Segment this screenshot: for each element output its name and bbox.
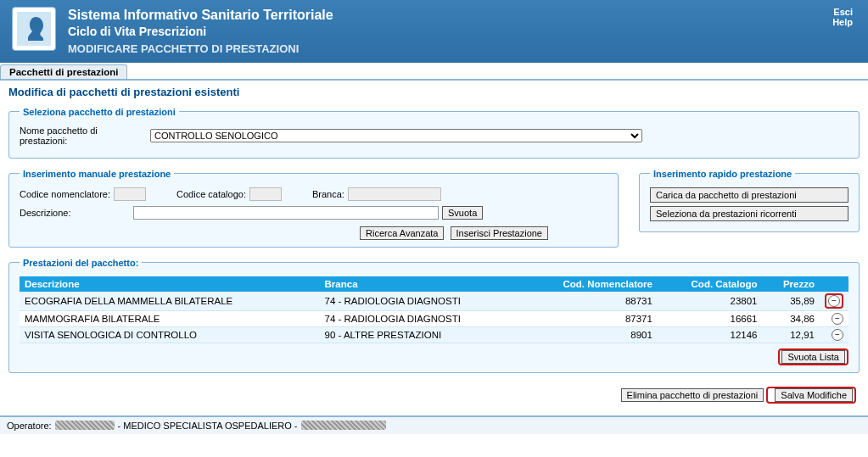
cell-cod-nomenclatore: 87371	[520, 310, 657, 326]
col-cod-nomenclatore: Cod. Nomenclatore	[520, 276, 657, 292]
operatore-name-redacted	[55, 421, 115, 430]
package-items-table: Descrizione Branca Cod. Nomenclatore Cod…	[20, 276, 848, 343]
elimina-pacchetto-button[interactable]: Elimina pacchetto di prestazioni	[621, 388, 764, 402]
title-stack: Sistema Informativo Sanitario Territoria…	[68, 7, 333, 56]
operatore-extra-redacted	[301, 421, 386, 430]
cell-descrizione: VISITA SENOLOGICA DI CONTROLLO	[20, 326, 320, 343]
col-cod-catalogo: Cod. Catalogo	[658, 276, 763, 292]
help-link[interactable]: Help	[832, 17, 853, 27]
app-header: Sistema Informativo Sanitario Territoria…	[0, 0, 868, 63]
app-subtitle: Ciclo di Vita Prescrizioni	[68, 25, 333, 39]
tabbar: Pacchetti di prestazioni	[0, 64, 868, 81]
cell-descrizione: ECOGRAFIA DELLA MAMMELLA BILATERALE	[20, 292, 320, 311]
codice-catalogo-label: Codice catalogo:	[176, 189, 246, 199]
cell-branca: 74 - RADIOLOGIA DIAGNOSTI	[320, 310, 521, 326]
table-row: ECOGRAFIA DELLA MAMMELLA BILATERALE 74 -…	[20, 292, 848, 311]
header-links: Esci Help	[832, 7, 853, 27]
codice-nomenclatore-input[interactable]	[114, 187, 146, 201]
cell-cod-catalogo: 12146	[658, 326, 763, 343]
group-select-package: Seleziona pacchetto di prestazioni Nome …	[8, 107, 860, 159]
profile-silhouette-icon	[17, 12, 51, 46]
cell-prezzo: 35,89	[763, 292, 820, 311]
cell-prezzo: 12,91	[763, 326, 820, 343]
group-package-items: Prestazioni del pacchetto: Descrizione B…	[8, 258, 860, 373]
footer-actions: Elimina pacchetto di prestazioni Salva M…	[0, 378, 868, 415]
svuota-lista-button[interactable]: Svuota Lista	[781, 350, 845, 364]
cell-branca: 74 - RADIOLOGIA DIAGNOSTI	[320, 292, 521, 311]
ricerca-avanzata-button[interactable]: Ricerca Avanzata	[360, 226, 444, 240]
tab-pacchetti[interactable]: Pacchetti di prestazioni	[0, 64, 127, 79]
operatore-role: - MEDICO SPECIALISTA OSPEDALIERO -	[118, 421, 298, 431]
table-row: MAMMOGRAFIA BILATERALE 74 - RADIOLOGIA D…	[20, 310, 848, 326]
package-name-label: Nome pacchetto di prestazioni:	[20, 125, 147, 146]
inserisci-prestazione-button[interactable]: Inserisci Prestazione	[451, 226, 549, 240]
group-manual-insert: Inserimento manuale prestazione Codice n…	[8, 169, 619, 248]
app-action-title: MODIFICARE PACCHETTO DI PRESTAZIONI	[68, 42, 333, 56]
descrizione-label: Descrizione:	[20, 208, 130, 218]
package-name-select[interactable]: CONTROLLO SENOLOGICO	[150, 129, 642, 142]
seleziona-ricorrenti-button[interactable]: Seleziona da prestazioni ricorrenti	[650, 206, 848, 221]
cell-branca: 90 - ALTRE PRESTAZIONI	[320, 326, 521, 343]
cell-cod-nomenclatore: 88731	[520, 292, 657, 311]
table-row: VISITA SENOLOGICA DI CONTROLLO 90 - ALTR…	[20, 326, 848, 343]
cell-cod-catalogo: 16661	[658, 310, 763, 326]
app-title: Sistema Informativo Sanitario Territoria…	[68, 7, 333, 23]
codice-nomenclatore-label: Codice nomenclatore:	[20, 189, 110, 199]
carica-pacchetto-button[interactable]: Carica da pacchetto di prestazioni	[650, 187, 848, 203]
cell-prezzo: 34,86	[763, 310, 820, 326]
col-descrizione: Descrizione	[20, 276, 320, 292]
group-quick-insert-legend: Inserimento rapido prestazione	[650, 169, 795, 179]
salva-modifiche-button[interactable]: Salva Modifiche	[775, 388, 853, 402]
cell-descrizione: MAMMOGRAFIA BILATERALE	[20, 310, 320, 326]
remove-row-icon[interactable]: −	[828, 295, 840, 307]
group-select-package-legend: Seleziona pacchetto di prestazioni	[20, 107, 179, 117]
remove-row-icon[interactable]: −	[832, 329, 843, 341]
page-title: Modifica di pacchetti di prestazioni esi…	[0, 81, 868, 102]
group-package-items-legend: Prestazioni del pacchetto:	[20, 258, 142, 268]
app-logo	[12, 7, 56, 51]
col-branca: Branca	[320, 276, 521, 292]
cell-cod-catalogo: 23801	[658, 292, 763, 311]
esci-link[interactable]: Esci	[832, 7, 853, 17]
branca-input[interactable]	[348, 187, 441, 201]
codice-catalogo-input[interactable]	[249, 187, 282, 201]
statusbar: Operatore: - MEDICO SPECIALISTA OSPEDALI…	[0, 415, 868, 434]
branca-label: Branca:	[312, 189, 344, 199]
svuota-button[interactable]: Svuota	[442, 206, 483, 220]
group-quick-insert: Inserimento rapido prestazione Carica da…	[639, 169, 860, 232]
col-prezzo: Prezzo	[763, 276, 820, 292]
descrizione-input[interactable]	[133, 206, 439, 220]
remove-row-icon[interactable]: −	[832, 313, 843, 325]
cell-cod-nomenclatore: 8901	[520, 326, 657, 343]
group-manual-insert-legend: Inserimento manuale prestazione	[20, 169, 174, 179]
operatore-label: Operatore:	[7, 421, 52, 431]
